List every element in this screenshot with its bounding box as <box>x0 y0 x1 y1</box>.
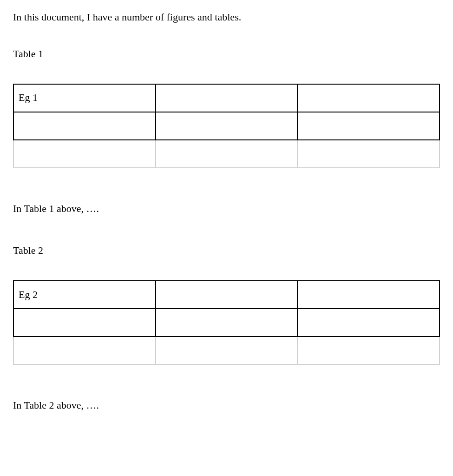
table-cell <box>156 84 298 112</box>
table-1: Eg 1 <box>13 84 440 168</box>
table-cell <box>13 140 156 168</box>
table-row <box>13 112 440 140</box>
table-cell <box>297 309 440 337</box>
table-cell <box>297 337 440 364</box>
table-cell <box>297 140 440 168</box>
table-row <box>13 309 440 337</box>
table-1-reference-paragraph: In Table 1 above, …. <box>13 202 440 216</box>
table-cell <box>156 337 298 364</box>
table-cell <box>297 112 440 140</box>
table-cell <box>297 84 440 112</box>
table-cell <box>13 309 156 337</box>
table-1-caption: Table 1 <box>13 47 440 61</box>
table-cell <box>156 112 298 140</box>
table-cell <box>13 337 156 364</box>
table-2-reference-paragraph: In Table 2 above, …. <box>13 398 440 413</box>
table-row: Eg 1 <box>13 84 440 112</box>
table-row <box>13 337 440 364</box>
table-cell: Eg 1 <box>13 84 156 112</box>
table-cell <box>13 112 156 140</box>
table-cell <box>156 309 298 337</box>
table-cell <box>297 281 440 309</box>
table-row <box>13 140 440 168</box>
table-2-container: Eg 2 <box>13 280 440 365</box>
table-1-container: Eg 1 <box>13 84 440 168</box>
table-cell <box>156 140 298 168</box>
table-2: Eg 2 <box>13 280 440 365</box>
table-cell: Eg 2 <box>13 281 156 309</box>
table-row: Eg 2 <box>13 281 440 309</box>
table-cell <box>156 281 298 309</box>
intro-paragraph: In this document, I have a number of fig… <box>13 10 440 25</box>
table-2-caption: Table 2 <box>13 244 440 258</box>
